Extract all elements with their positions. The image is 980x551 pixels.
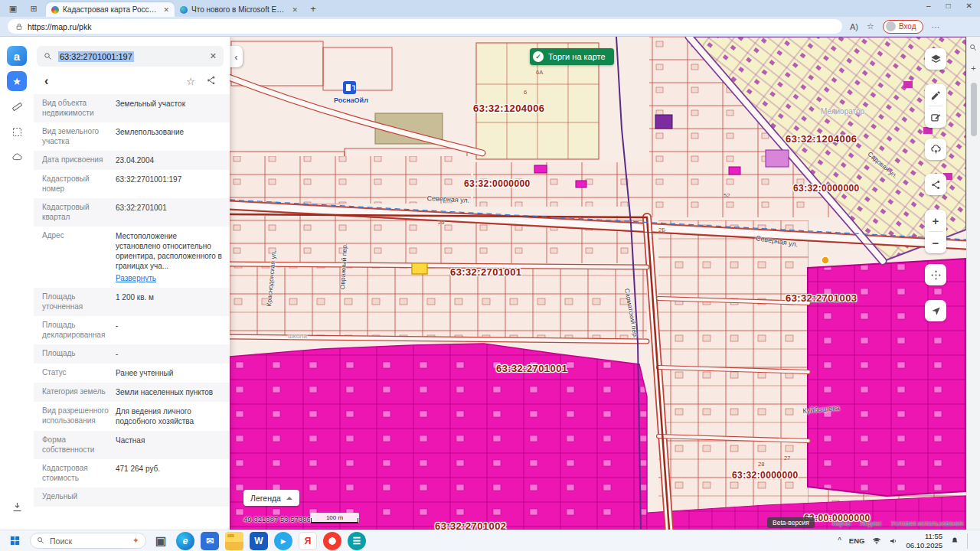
- select-area-button[interactable]: [7, 122, 27, 142]
- sidebar-add-button[interactable]: +: [969, 63, 979, 73]
- detail-row: Дата присвоения23.04.2004: [34, 151, 230, 170]
- tray-overflow-icon[interactable]: ^: [838, 536, 841, 545]
- measure-button[interactable]: [7, 96, 27, 116]
- detail-value: Землепользование: [116, 127, 222, 146]
- detail-value: Частная: [116, 435, 222, 455]
- mail-app-icon[interactable]: ✉: [201, 532, 219, 550]
- detail-value: 63:32:2701001: [116, 203, 222, 222]
- detail-label: Площадь: [42, 349, 109, 359]
- detail-row: Форма собственностиЧастная: [34, 431, 230, 459]
- detail-row: Категория земельЗемли населенных пунктов: [34, 383, 230, 402]
- expand-address-link[interactable]: Развернуть: [116, 273, 222, 283]
- close-window-button[interactable]: ✕: [966, 2, 972, 10]
- yandex-browser-icon[interactable]: [323, 532, 341, 550]
- tab-grid-icon[interactable]: ⊞: [27, 2, 41, 15]
- search-icon: [969, 44, 978, 52]
- draw-button[interactable]: [925, 84, 946, 106]
- auctions-label: Торги на карте: [548, 52, 606, 61]
- detail-row: Площадь уточненная1 200 кв. м: [34, 288, 230, 316]
- close-tab-icon[interactable]: ✕: [162, 6, 169, 14]
- close-tab-icon[interactable]: ✕: [290, 6, 298, 14]
- search-input[interactable]: 63:32:2701001:197 ✕: [37, 46, 224, 67]
- chevron-up-icon: [286, 497, 292, 500]
- volume-icon[interactable]: [889, 536, 898, 546]
- tab-title: Кадастровая карта России онла: [63, 5, 158, 14]
- edge-icon[interactable]: e: [176, 532, 194, 550]
- legend-button[interactable]: Легенда: [243, 490, 299, 506]
- favorites-button[interactable]: ★: [7, 71, 27, 91]
- tab-edge-whatsnew[interactable]: Что нового в Microsoft Edge ✕: [175, 2, 303, 17]
- notifications-icon[interactable]: [950, 536, 959, 546]
- detail-label: Статус: [42, 368, 109, 378]
- cloud-upload-icon: [930, 144, 942, 155]
- telegram-icon[interactable]: ▸: [274, 532, 292, 550]
- minimize-button[interactable]: –: [926, 2, 931, 10]
- messenger-icon[interactable]: ☰: [348, 532, 366, 550]
- maximize-button[interactable]: □: [946, 2, 951, 10]
- pan-arrows-icon: [930, 269, 942, 281]
- tray-date: 06.10.2025: [906, 541, 942, 550]
- upload-button[interactable]: [925, 139, 946, 160]
- auctions-on-map-button[interactable]: ✓ Торги на карте: [530, 48, 614, 65]
- url-field[interactable]: https://map.ru/pkk: [8, 19, 842, 34]
- read-aloud-icon[interactable]: A): [850, 22, 858, 31]
- workspaces-icon[interactable]: ▣: [6, 2, 20, 15]
- pan-button[interactable]: [925, 264, 946, 285]
- layers-button[interactable]: [925, 48, 946, 70]
- login-label: Вход: [899, 22, 916, 31]
- map-canvas[interactable]: [230, 37, 966, 530]
- detail-row: Вид объекта недвижимостиЗемельный участо…: [34, 94, 230, 122]
- my-location-button[interactable]: [925, 300, 946, 321]
- task-view-icon[interactable]: ▣: [152, 532, 170, 550]
- collapse-panel-button[interactable]: ‹: [230, 46, 243, 67]
- download-button[interactable]: [7, 497, 27, 517]
- clock[interactable]: 11:55 06.10.2025: [906, 532, 942, 550]
- attribution-maps-link[interactable]: Карты: [832, 520, 851, 527]
- tab-title: Что нового в Microsoft Edge: [191, 5, 286, 14]
- taskbar-search-label: Поиск: [50, 536, 72, 546]
- file-explorer-icon[interactable]: [225, 532, 243, 550]
- add-favorite-button[interactable]: ☆: [181, 76, 201, 87]
- layers-icon: [930, 54, 942, 65]
- wifi-icon[interactable]: [872, 536, 881, 546]
- draw-tools-group: [925, 84, 946, 128]
- edit-button[interactable]: [925, 106, 946, 128]
- detail-value: -: [116, 349, 222, 359]
- new-tab-button[interactable]: +: [306, 2, 320, 15]
- addressbar-actions: A) ☆ Вход ···: [850, 20, 940, 34]
- start-button[interactable]: [5, 532, 24, 550]
- check-icon: ✓: [533, 51, 544, 62]
- map-site-favicon: [51, 6, 59, 14]
- taskbar-search[interactable]: Поиск ✦: [30, 533, 146, 549]
- share-map-button[interactable]: [925, 174, 946, 195]
- detail-label: Вид объекта недвижимости: [42, 99, 109, 118]
- search-icon: [44, 52, 53, 61]
- app-logo[interactable]: a: [7, 46, 27, 66]
- favorite-star-icon[interactable]: ☆: [867, 21, 874, 31]
- detail-value: -: [116, 321, 222, 340]
- zoom-in-button[interactable]: +: [925, 210, 946, 231]
- detail-label: Кадастровый номер: [42, 174, 109, 194]
- yandex-icon[interactable]: Я: [299, 532, 317, 550]
- map-region: 63:32:120400663:32:120400663:32:00000006…: [230, 37, 966, 530]
- tab-cadastral-map[interactable]: Кадастровая карта России онла ✕: [46, 2, 175, 17]
- pencil-icon: [930, 90, 942, 101]
- show-desktop-button[interactable]: [967, 533, 969, 549]
- login-button[interactable]: Вход: [883, 20, 923, 34]
- attribution-yandex-link[interactable]: Яндекс: [860, 520, 882, 527]
- word-icon[interactable]: W: [250, 532, 268, 550]
- browser-addressbar: https://map.ru/pkk A) ☆ Вход ···: [0, 17, 980, 37]
- back-button[interactable]: ‹: [37, 74, 56, 88]
- search-highlights-icon: ✦: [132, 536, 139, 546]
- sidebar-search-button[interactable]: [969, 43, 979, 54]
- browser-menu-icon[interactable]: ···: [932, 22, 940, 31]
- attribution-terms-link[interactable]: Условия использования: [891, 520, 963, 527]
- share-object-button[interactable]: [201, 75, 222, 88]
- edge-favicon: [180, 6, 188, 14]
- zoom-out-button[interactable]: −: [925, 232, 946, 253]
- language-indicator[interactable]: ENG: [849, 536, 865, 545]
- scrollbar-thumb[interactable]: [971, 83, 977, 136]
- weather-layer-button[interactable]: [7, 147, 27, 167]
- detail-label: Адрес: [42, 231, 109, 283]
- clear-search-button[interactable]: ✕: [210, 51, 217, 61]
